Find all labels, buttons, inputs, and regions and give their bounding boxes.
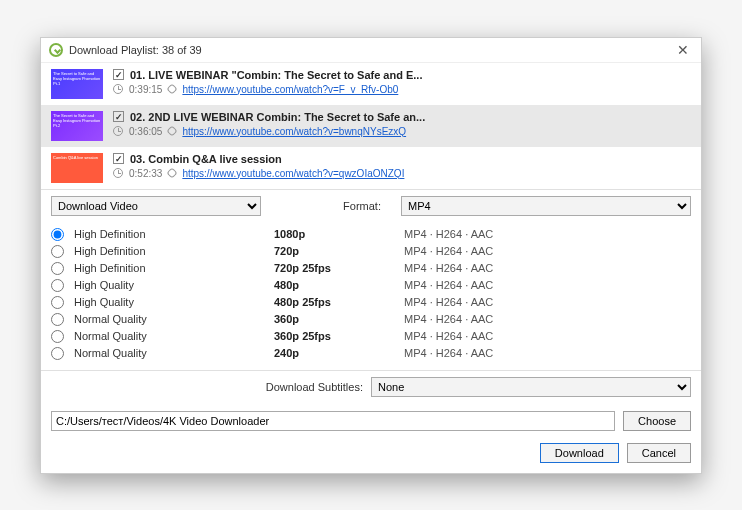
quality-radio[interactable] <box>51 245 64 258</box>
path-input[interactable] <box>51 411 615 431</box>
clock-icon <box>113 126 123 136</box>
quality-codec: MP4 · H264 · AAC <box>404 313 493 325</box>
quality-row[interactable]: High Definition720pMP4 · H264 · AAC <box>51 243 691 260</box>
subtitles-row: Download Subtitles: None <box>41 371 701 403</box>
quality-row[interactable]: High Definition720p 25fpsMP4 · H264 · AA… <box>51 260 691 277</box>
quality-radio[interactable] <box>51 313 64 326</box>
playlist-item-title: 01. LIVE WEBINAR "Combin: The Secret to … <box>130 69 422 81</box>
playlist-item-url[interactable]: https://www.youtube.com/watch?v=qwzOIaON… <box>182 168 404 179</box>
link-icon <box>167 125 178 136</box>
quality-resolution: 1080p <box>274 228 404 240</box>
quality-codec: MP4 · H264 · AAC <box>404 347 493 359</box>
app-icon <box>49 43 63 57</box>
playlist-item-meta: ✓02. 2ND LIVE WEBINAR Combin: The Secret… <box>113 111 691 137</box>
quality-resolution: 480p <box>274 279 404 291</box>
quality-label: High Quality <box>74 296 274 308</box>
thumbnail: The Secret to Safe and Easy Instagram Pr… <box>51 111 103 141</box>
quality-resolution: 720p 25fps <box>274 262 404 274</box>
quality-radio[interactable] <box>51 228 64 241</box>
quality-label: High Definition <box>74 245 274 257</box>
subtitles-label: Download Subtitles: <box>266 381 363 393</box>
playlist-item-title: 03. Combin Q&A live session <box>130 153 282 165</box>
checkbox-icon[interactable]: ✓ <box>113 69 124 80</box>
quality-row[interactable]: High Quality480pMP4 · H264 · AAC <box>51 277 691 294</box>
close-icon[interactable]: ✕ <box>673 42 693 58</box>
quality-radio[interactable] <box>51 347 64 360</box>
playlist-item-meta: ✓01. LIVE WEBINAR "Combin: The Secret to… <box>113 69 691 95</box>
quality-resolution: 360p <box>274 313 404 325</box>
quality-resolution: 240p <box>274 347 404 359</box>
playlist-item-duration: 0:52:33 <box>129 168 162 179</box>
quality-list: High Definition1080pMP4 · H264 · AACHigh… <box>41 222 701 371</box>
thumbnail: Combin Q&A live session <box>51 153 103 183</box>
window-title: Download Playlist: 38 of 39 <box>69 44 673 56</box>
format-select[interactable]: MP4 <box>401 196 691 216</box>
playlist-item[interactable]: Combin Q&A live session✓03. Combin Q&A l… <box>41 147 701 189</box>
action-select[interactable]: Download Video <box>51 196 261 216</box>
dialog-window: Download Playlist: 38 of 39 ✕ The Secret… <box>40 37 702 474</box>
controls-row: Download Video Format: MP4 <box>41 190 701 222</box>
quality-codec: MP4 · H264 · AAC <box>404 228 493 240</box>
path-row: Choose <box>41 403 701 435</box>
quality-row[interactable]: High Quality480p 25fpsMP4 · H264 · AAC <box>51 294 691 311</box>
quality-label: High Definition <box>74 262 274 274</box>
quality-codec: MP4 · H264 · AAC <box>404 245 493 257</box>
playlist-item-duration: 0:36:05 <box>129 126 162 137</box>
checkbox-icon[interactable]: ✓ <box>113 111 124 122</box>
link-icon <box>167 83 178 94</box>
quality-codec: MP4 · H264 · AAC <box>404 296 493 308</box>
quality-resolution: 480p 25fps <box>274 296 404 308</box>
quality-codec: MP4 · H264 · AAC <box>404 330 493 342</box>
subtitles-select[interactable]: None <box>371 377 691 397</box>
link-icon <box>167 167 178 178</box>
download-button[interactable]: Download <box>540 443 619 463</box>
quality-radio[interactable] <box>51 296 64 309</box>
clock-icon <box>113 84 123 94</box>
playlist-item[interactable]: The Secret to Safe and Easy Instagram Pr… <box>41 63 701 105</box>
quality-radio[interactable] <box>51 262 64 275</box>
quality-resolution: 360p 25fps <box>274 330 404 342</box>
quality-row[interactable]: Normal Quality360p 25fpsMP4 · H264 · AAC <box>51 328 691 345</box>
quality-row[interactable]: Normal Quality360pMP4 · H264 · AAC <box>51 311 691 328</box>
quality-radio[interactable] <box>51 279 64 292</box>
quality-row[interactable]: High Definition1080pMP4 · H264 · AAC <box>51 226 691 243</box>
titlebar: Download Playlist: 38 of 39 ✕ <box>41 38 701 63</box>
clock-icon <box>113 168 123 178</box>
footer: Download Cancel <box>41 435 701 473</box>
checkbox-icon[interactable]: ✓ <box>113 153 124 164</box>
playlist-list[interactable]: The Secret to Safe and Easy Instagram Pr… <box>41 63 701 190</box>
quality-label: High Definition <box>74 228 274 240</box>
quality-codec: MP4 · H264 · AAC <box>404 279 493 291</box>
quality-row[interactable]: Normal Quality240pMP4 · H264 · AAC <box>51 345 691 362</box>
quality-label: High Quality <box>74 279 274 291</box>
quality-resolution: 720p <box>274 245 404 257</box>
format-label: Format: <box>343 200 381 212</box>
playlist-item[interactable]: The Secret to Safe and Easy Instagram Pr… <box>41 105 701 147</box>
quality-label: Normal Quality <box>74 313 274 325</box>
playlist-item-duration: 0:39:15 <box>129 84 162 95</box>
quality-label: Normal Quality <box>74 347 274 359</box>
thumbnail: The Secret to Safe and Easy Instagram Pr… <box>51 69 103 99</box>
cancel-button[interactable]: Cancel <box>627 443 691 463</box>
quality-codec: MP4 · H264 · AAC <box>404 262 493 274</box>
choose-button[interactable]: Choose <box>623 411 691 431</box>
playlist-item-title: 02. 2ND LIVE WEBINAR Combin: The Secret … <box>130 111 425 123</box>
playlist-item-url[interactable]: https://www.youtube.com/watch?v=bwnqNYsE… <box>182 126 406 137</box>
quality-label: Normal Quality <box>74 330 274 342</box>
playlist-item-meta: ✓03. Combin Q&A live session0:52:33https… <box>113 153 691 179</box>
quality-radio[interactable] <box>51 330 64 343</box>
playlist-item-url[interactable]: https://www.youtube.com/watch?v=F_v_Rfv-… <box>182 84 398 95</box>
